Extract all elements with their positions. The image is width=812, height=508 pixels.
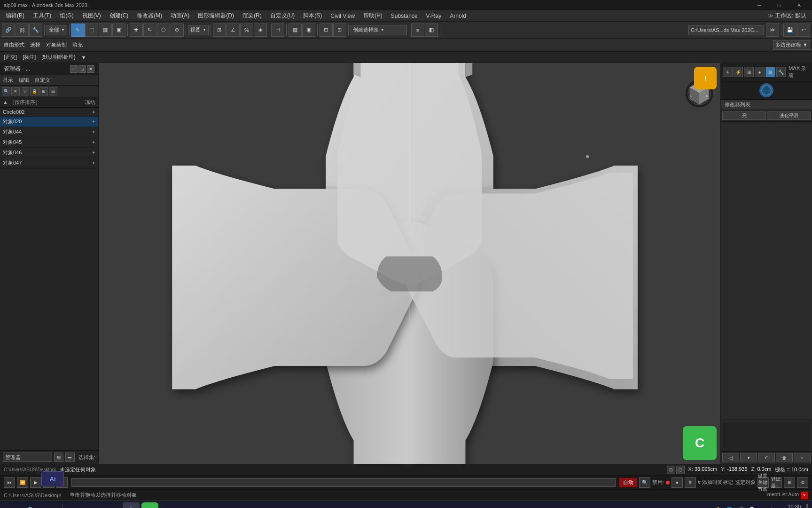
menu-substance[interactable]: Substance [387, 12, 422, 20]
sm-menu-edit[interactable]: 编辑 [19, 77, 29, 84]
scene-row-obj044[interactable]: 对象044 ✦ [0, 127, 98, 137]
scale-button[interactable]: ⬡ [157, 24, 170, 37]
unlink-button[interactable]: ⛓ [16, 24, 29, 37]
start-button[interactable]: ⊞ [4, 502, 21, 508]
ai-badge[interactable]: Ai [41, 471, 64, 486]
modifier-btn-smooth[interactable]: 液化平滑 [767, 111, 811, 120]
rp-btn-hierarchy[interactable]: ⊞ [744, 67, 754, 77]
minimize-button[interactable]: ─ [750, 0, 769, 10]
menu-script[interactable]: 脚本(S) [299, 11, 326, 21]
scene-layer-dropdown[interactable]: 管理器 [3, 452, 52, 462]
status-icon2[interactable]: ⬡ [676, 466, 685, 474]
render-setup-button[interactable]: ▦ [289, 24, 302, 37]
menu-workspace[interactable]: ≫ 工作区: 默认 [764, 11, 810, 21]
annotation-label[interactable]: [标注] [21, 54, 38, 61]
menu-help[interactable]: 帮助(H) [359, 11, 386, 21]
store-button[interactable]: 🛍 [104, 502, 121, 508]
viewport[interactable]: T R L ! C [99, 63, 720, 464]
anim-goto-start[interactable]: ⏮ [4, 477, 15, 488]
anim-prev-frame[interactable]: ⏪ [17, 477, 28, 488]
scene-tb-filter[interactable]: ▽ [21, 87, 29, 95]
select-region-button[interactable]: ⬚ [85, 24, 98, 37]
scene-row-obj047[interactable]: 对象047 ✦ [0, 158, 98, 168]
taskbar-time[interactable]: 10:302023/3/ [783, 503, 801, 508]
spinner-snap-button[interactable]: ◈ [254, 24, 267, 37]
angle-snap-button[interactable]: ∠ [226, 24, 240, 37]
filter-dropdown[interactable]: 全部 ▼ [47, 25, 67, 35]
mod-undo-button[interactable]: ↶ [758, 453, 775, 462]
snap-toggle-button[interactable]: ⊞ [213, 24, 226, 37]
mod-active-button[interactable]: ✦ [740, 453, 757, 462]
disable-btn1[interactable]: ● [671, 477, 683, 488]
close-button[interactable]: ✕ [789, 0, 808, 10]
toggle-ribbon-button[interactable]: ≡ [411, 24, 424, 37]
scene-tb-collapse[interactable]: ⊟ [49, 87, 57, 95]
mirror-button[interactable]: ⊣ [271, 24, 284, 37]
rp-btn-utility[interactable]: 🔧 [776, 67, 786, 77]
more-options-button[interactable]: ≫ [766, 24, 779, 37]
coords-btn[interactable]: ⊞ [784, 477, 795, 488]
select-region2-button[interactable]: ▦ [99, 24, 112, 37]
menu-arnold[interactable]: Arnold [446, 12, 470, 20]
multimod-dropdown[interactable]: 多边形建模 ▼ [773, 40, 810, 50]
ortho-label[interactable]: [正交] [2, 54, 19, 61]
rotate-button[interactable]: ↻ [143, 24, 156, 37]
percent-snap-button[interactable]: % [240, 24, 253, 37]
scene-tb-lock[interactable]: 🔒 [30, 87, 39, 95]
menu-tools[interactable]: 工具(T) [29, 11, 55, 21]
rp-btn-add[interactable]: + [723, 67, 733, 77]
anim-key-filter[interactable]: 🔍 [639, 477, 650, 488]
bind-spacewarp-button[interactable]: 🔧 [29, 24, 42, 37]
view-dropdown[interactable]: 视图 ▼ [188, 25, 209, 35]
close-hint-btn[interactable]: ✕ [801, 492, 808, 499]
mod-delete-button[interactable]: 🗑 [776, 453, 793, 462]
sm-menu-show[interactable]: 显示 [3, 77, 13, 84]
file-explorer[interactable]: 📁 [85, 502, 102, 508]
scene-mgr-minimize[interactable]: ─ [70, 65, 78, 73]
menu-animate[interactable]: 动画(A) [167, 11, 193, 21]
select-object-button[interactable]: ↖ [71, 24, 85, 37]
save-button[interactable]: 💾 [783, 24, 796, 37]
status-icon1[interactable]: ⊟ [667, 466, 675, 474]
mod-pin-button[interactable]: ◁| [722, 453, 739, 462]
populate-label[interactable]: 填充 [70, 41, 85, 48]
toggle-ui-button[interactable]: ◧ [425, 24, 438, 37]
maximize-button[interactable]: □ [770, 0, 789, 10]
menu-vray[interactable]: V-Ray [422, 12, 445, 20]
scene-row-obj045[interactable]: 对象045 ✦ [0, 137, 98, 148]
rp-btn-display[interactable]: ⊠ [765, 67, 775, 77]
object-paint-label[interactable]: 对象绘制 [44, 41, 69, 48]
undo-save-button[interactable]: ↩ [797, 24, 810, 37]
named-selection-dropdown[interactable]: 创建选择集 ▼ [351, 25, 407, 35]
set-keys-btn[interactable]: 设置关键节点 [757, 477, 769, 488]
render-frame-button[interactable]: ▣ [302, 24, 315, 37]
select-region3-button[interactable]: ▣ [112, 24, 125, 37]
menu-view[interactable]: 视图(V) [78, 11, 105, 21]
auto-key-btn[interactable]: 自动 [619, 478, 637, 487]
task-view-button[interactable]: ⧉ [41, 502, 58, 508]
menu-create[interactable]: 创建(C) [106, 11, 133, 21]
edge-browser[interactable]: e [66, 502, 83, 508]
timeline[interactable] [71, 478, 616, 487]
scene-tb-expand[interactable]: ⊞ [39, 87, 48, 95]
menu-modifier[interactable]: 修改器(M) [133, 11, 166, 21]
scene-mgr-close[interactable]: ✕ [87, 65, 94, 73]
scene-layer-icon2[interactable]: ☰ [65, 452, 75, 462]
layer-mgr-button[interactable]: ⊡ [333, 24, 346, 37]
sm-menu-custom[interactable]: 自定义 [35, 77, 50, 84]
menu-edit[interactable]: 编辑(B) [2, 11, 28, 21]
search-button[interactable]: 🔍 [23, 502, 39, 508]
filter-icon[interactable]: ▼ [79, 55, 88, 60]
menu-group[interactable]: 组(G) [56, 11, 77, 21]
mod-menu-button[interactable]: ≡ [794, 453, 811, 462]
filter-btn[interactable]: 过滤器... [771, 477, 782, 488]
selection-label[interactable]: 选择 [28, 41, 42, 48]
show-desktop-button[interactable] [806, 504, 808, 508]
chaos-group-logo[interactable]: C [683, 426, 717, 460]
chaos-taskbar-btn[interactable]: C [141, 502, 158, 508]
scene-row-obj046[interactable]: 对象046 ✦ [0, 148, 98, 158]
shading-label[interactable]: [默认明暗处理] [39, 54, 77, 61]
freeform-label[interactable]: 自由形式 [2, 41, 26, 48]
align-button[interactable]: ⊟ [320, 24, 333, 37]
menu-graph-editor[interactable]: 图形编辑器(D) [194, 11, 238, 21]
